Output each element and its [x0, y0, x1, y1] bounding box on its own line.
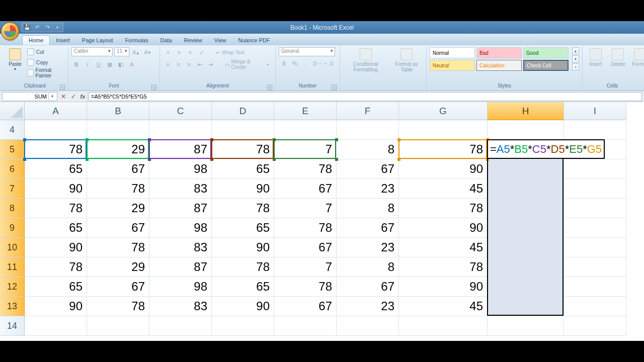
styles-more-button[interactable]: ▿ — [572, 63, 579, 70]
cell-H11[interactable] — [488, 257, 564, 277]
align-top-button[interactable]: ≡ — [163, 47, 173, 57]
tab-review[interactable]: Review — [178, 36, 208, 45]
ref-handle[interactable] — [273, 138, 276, 141]
cell-E11[interactable]: 7 — [274, 257, 337, 277]
dialog-launcher-icon[interactable]: ↘ — [151, 85, 156, 90]
tab-view[interactable]: View — [208, 36, 232, 45]
decrease-decimal-button[interactable]: ←.0 — [323, 58, 333, 68]
cell-F4[interactable] — [337, 120, 399, 140]
dialog-launcher-icon[interactable]: ↘ — [332, 85, 337, 90]
undo-icon[interactable]: ↶ — [34, 24, 41, 31]
ref-handle[interactable] — [397, 138, 400, 141]
cell-F7[interactable]: 23 — [337, 179, 399, 199]
cell-E5[interactable]: 7 — [274, 140, 337, 159]
ref-handle[interactable] — [210, 138, 213, 141]
cell-I6[interactable] — [564, 159, 626, 179]
grow-font-button[interactable]: A▴ — [131, 47, 141, 57]
cell-G10[interactable]: 45 — [399, 238, 488, 257]
decrease-indent-button[interactable]: ⇤ — [195, 59, 205, 69]
style-good[interactable]: Good — [523, 47, 569, 58]
cell-A8[interactable]: 78 — [25, 199, 87, 218]
cell-A14[interactable] — [25, 316, 87, 336]
row-header-13[interactable]: 13 — [0, 297, 25, 316]
cell-C10[interactable]: 83 — [149, 238, 212, 257]
cell-E8[interactable]: 7 — [274, 199, 337, 218]
insert-cells-button[interactable]: Insert — [586, 47, 606, 68]
styles-up-button[interactable]: ▴ — [572, 47, 579, 54]
row-header-5[interactable]: 5 — [0, 140, 25, 159]
cell-G11[interactable]: 78 — [399, 257, 488, 277]
cell-F13[interactable]: 23 — [337, 297, 399, 316]
cell-I13[interactable] — [564, 297, 626, 316]
name-box-input[interactable] — [7, 94, 47, 100]
cell-E7[interactable]: 67 — [274, 179, 337, 199]
cell-F8[interactable]: 8 — [337, 199, 399, 218]
format-cells-button[interactable]: Format — [630, 47, 644, 68]
qat-more-icon[interactable]: ▾ — [54, 24, 61, 31]
cell-D5[interactable]: 78 — [212, 140, 274, 159]
cell-C4[interactable] — [149, 120, 212, 140]
cell-E14[interactable] — [274, 316, 337, 336]
cell-H13[interactable] — [488, 297, 564, 316]
cell-E10[interactable]: 67 — [274, 238, 337, 257]
cell-G5[interactable]: 78 — [399, 140, 488, 159]
cell-H8[interactable] — [488, 199, 564, 218]
cell-I8[interactable] — [564, 199, 626, 218]
cell-C9[interactable]: 98 — [149, 218, 212, 238]
tab-insert[interactable]: Insert — [50, 36, 76, 45]
cell-A11[interactable]: 78 — [25, 257, 87, 277]
cell-D4[interactable] — [212, 120, 274, 140]
cell-F11[interactable]: 8 — [337, 257, 399, 277]
cell-D14[interactable] — [212, 316, 274, 336]
ref-handle[interactable] — [397, 158, 400, 161]
cell-A12[interactable]: 65 — [25, 277, 87, 297]
cell-F5[interactable]: 8 — [337, 140, 399, 159]
cell-B14[interactable] — [87, 316, 149, 336]
cell-D6[interactable]: 65 — [212, 159, 274, 179]
cell-D10[interactable]: 90 — [212, 238, 274, 257]
cell-B5[interactable]: 29 — [87, 140, 149, 159]
align-center-button[interactable]: ≡ — [174, 59, 183, 69]
number-format-combo[interactable]: General — [279, 47, 335, 56]
ref-handle[interactable] — [86, 158, 89, 161]
cell-H14[interactable] — [488, 316, 564, 336]
cell-F6[interactable]: 67 — [337, 159, 399, 179]
conditional-formatting-button[interactable]: Conditional Formatting — [343, 47, 388, 73]
save-icon[interactable]: 💾 — [24, 24, 31, 31]
ref-handle[interactable] — [148, 138, 151, 141]
cell-D9[interactable]: 65 — [212, 218, 274, 238]
cell-I14[interactable] — [564, 316, 626, 336]
cell-B10[interactable]: 78 — [87, 238, 149, 257]
row-header-6[interactable]: 6 — [0, 159, 25, 179]
cell-I10[interactable] — [564, 238, 626, 257]
cell-H12[interactable] — [488, 277, 564, 297]
underline-button[interactable]: U — [94, 59, 104, 69]
tab-page-layout[interactable]: Page Layout — [76, 36, 119, 45]
col-header-C[interactable]: C — [149, 102, 212, 120]
cell-B4[interactable] — [87, 120, 149, 140]
cell-D11[interactable]: 78 — [212, 257, 274, 277]
align-bottom-button[interactable]: ≡ — [185, 47, 195, 57]
cell-B13[interactable]: 78 — [87, 297, 149, 316]
cell-G4[interactable] — [399, 120, 488, 140]
row-header-10[interactable]: 10 — [0, 238, 25, 257]
col-header-I[interactable]: I — [564, 102, 626, 120]
col-header-E[interactable]: E — [274, 102, 337, 120]
fill-color-button[interactable]: ◧ — [116, 59, 126, 69]
shrink-font-button[interactable]: A▾ — [142, 47, 152, 57]
cell-I11[interactable] — [564, 257, 626, 277]
row-header-7[interactable]: 7 — [0, 179, 25, 199]
cut-button[interactable]: Cut — [27, 47, 65, 56]
redo-icon[interactable]: ↷ — [44, 24, 51, 31]
cell-C6[interactable]: 98 — [149, 159, 212, 179]
cell-G6[interactable]: 90 — [399, 159, 488, 179]
fx-icon[interactable]: fx — [78, 92, 88, 101]
ref-handle[interactable] — [273, 158, 276, 161]
align-right-button[interactable]: ≡ — [184, 59, 194, 69]
tab-formulas[interactable]: Formulas — [119, 36, 154, 45]
styles-down-button[interactable]: ▾ — [572, 55, 579, 62]
cell-H7[interactable] — [488, 179, 564, 199]
style-check-cell[interactable]: Check Cell — [523, 60, 569, 71]
increase-indent-button[interactable]: ⇥ — [206, 59, 215, 69]
row-header-9[interactable]: 9 — [0, 218, 25, 238]
